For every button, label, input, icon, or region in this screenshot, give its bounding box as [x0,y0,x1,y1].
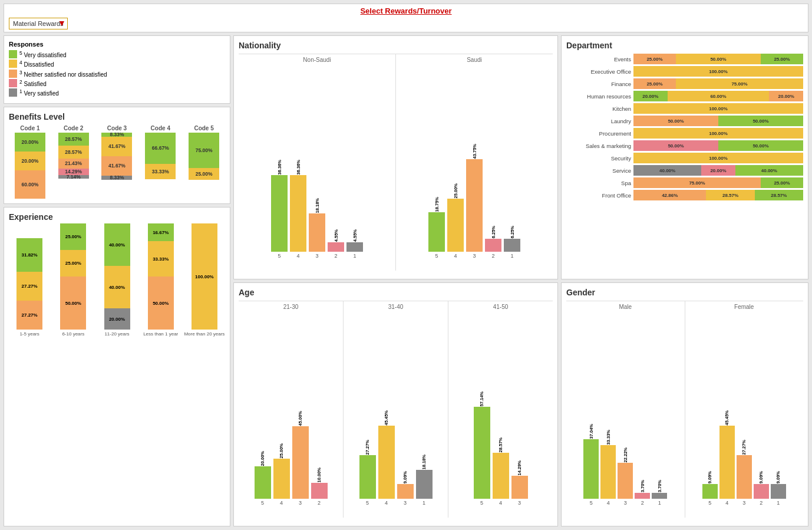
dept-bar-kitchen: 100.00% [633,103,803,114]
exp-seg-2-yellow: 25.00% [60,250,86,276]
age-2130-bar-5: 20.00% 5 [255,451,271,506]
legend-label-5: 5 Very dissatisfied [19,50,67,58]
dept-bar-events: 25.00% 50.00% 25.00% [633,54,803,64]
age-panel: Age 21-30 20.00% 5 25.00% 4 [233,282,558,526]
nat-sa-seg-1 [504,239,520,252]
age-2130-bar-3: 45.00% 3 [292,411,309,506]
age-group-3140: 31-40 27.27% 5 45.45% 4 [344,301,448,518]
benefits-col-5: Code 5 75.00% 25.00% [183,125,225,199]
age-3140-bar-4: 45.45% 4 [378,410,395,506]
age-group-4150: 41-50 57.14% 5 28.57% 4 [448,301,553,518]
benefits-seg-3-5: 8.33% [101,133,132,137]
gender-female-bar-3: 27.27% 3 [737,440,752,506]
nationality-label-nonsaudi: Non-Saudi [303,57,331,63]
dept-row-finance: Finance 25.00% 75.00% [566,78,803,89]
nat-ns-seg-2 [328,242,344,252]
experience-panel: Experience 31.82% 27.27% 27.27% 1-5 year… [4,207,230,526]
dept-seg-finance-yellow: 75.00% [676,78,803,89]
benefits-seg-3-3: 41.67% [101,156,132,176]
nationality-title: Nationality [239,41,553,50]
dept-seg-finance-orange: 25.00% [633,78,676,89]
benefits-seg-1-4: 20.00% [15,152,45,170]
dept-row-laundry: Laundry 50.00% 50.00% [566,116,803,126]
dept-seg-events-yellow: 50.00% [676,54,761,64]
exp-group-2: 25.00% 25.00% 50.00% 6-10 years [52,223,94,337]
benefits-seg-5-4: 25.00% [189,168,219,180]
dept-label-events: Events [566,56,631,62]
legend-title: Responses [9,41,225,48]
dept-label-service: Service [566,167,631,174]
legend-color-yellow [9,60,17,68]
benefits-col-2: Code 2 28.57% 28.57% 21.43% 14.29% 7.14% [52,125,95,199]
dept-label-executive: Executive Office [566,68,631,75]
exp-group-3: 40.00% 40.00% 20.00% 11-20 years [96,223,137,337]
rewards-dropdown[interactable]: Material Rewards [9,18,68,29]
age-label-2130: 21-30 [283,304,299,310]
gender-panel: Gender Male 37.04% 5 33.33% 4 [561,282,808,526]
dept-bar-finance: 25.00% 75.00% [633,78,803,89]
legend-item-4: 4 Dissatisfied [9,60,225,68]
gender-female-bar-5: 9.09% 5 [702,471,718,506]
benefits-seg-2-5: 28.57% [58,133,89,146]
benefits-seg-5-5: 75.00% [189,133,219,168]
gender-label-male: Male [619,304,632,310]
nat-sa-bar-2: 6.25% 2 [485,226,501,259]
legend-item-2: 2 Satisfied [9,79,225,87]
dept-seg-sales-green: 50.00% [718,140,803,151]
nat-ns-val-2: 4.55% [334,229,339,242]
dept-seg-fo-green: 28.57% [755,190,803,200]
nat-ns-bar-2: 4.55% 2 [328,229,344,259]
exp-group-5: 100.00% More than 20 years [184,223,225,337]
age-2130-bar-4: 25.00% 4 [273,443,290,506]
dept-seg-laundry-orange: 50.00% [633,116,718,126]
nat-ns-xlabel-1: 1 [353,253,356,259]
legend-item-3: 3 Neither satisfied nor dissatisfied [9,70,225,78]
nat-ns-bar-5: 36.36% 5 [271,160,288,259]
gender-male-bar-1: 3.70% 1 [652,480,667,506]
experience-title: Experience [9,212,225,222]
legend-item-5: 5 Very dissatisfied [9,50,225,58]
age-4150-bar-5: 57.14% 5 [474,391,490,506]
dept-seg-service-green: 40.00% [735,165,803,176]
age-4150-bar-4: 28.57% 4 [493,437,509,506]
dept-seg-events-orange: 25.00% [633,54,676,64]
dept-bar-frontoffice: 42.86% 28.57% 28.57% [633,190,803,200]
dept-row-hr: Human resources 20.00% 60.00% 20.00% [566,91,803,101]
exp-seg-1-green: 31.82% [16,238,42,272]
age-3140-bar-5: 27.27% 5 [359,440,376,506]
department-title: Department [566,41,803,50]
exp-label-2: 6-10 years [62,331,84,337]
dept-row-executive: Executive Office 100.00% [566,66,803,77]
nat-ns-val-4: 36.36% [296,160,301,175]
benefits-seg-4-4: 33.33% [145,164,176,179]
nationality-label-saudi: Saudi [467,57,482,63]
benefits-seg-3-1: 8.33% [101,176,132,180]
benefits-seg-4-5: 66.67% [145,133,176,164]
nat-sa-val-3: 43.75% [472,144,477,159]
nat-ns-val-1: 4.55% [352,229,358,242]
dept-seg-kitchen-yellow: 100.00% [633,103,803,114]
nat-ns-xlabel-4: 4 [296,253,299,259]
nat-sa-xlabel-5: 5 [435,253,438,259]
benefits-col-3: Code 3 8.33% 41.67% 41.67% 8.33% [96,125,138,199]
dept-seg-hr-yellow: 60.00% [668,91,770,101]
exp-seg-4-orange: 50.00% [148,276,174,330]
exp-seg-3-green: 40.00% [104,223,130,266]
benefits-seg-3-4: 41.67% [101,137,132,156]
legend-label-3: 3 Neither satisfied nor dissatisfied [19,70,107,78]
exp-group-4: 16.67% 33.33% 50.00% Less than 1 year [140,223,181,337]
benefits-seg-1-5: 20.00% [15,133,45,152]
nationality-panel: Nationality Non-Saudi 36.36% 5 36.36% [233,35,558,279]
dept-seg-fo-yellow: 28.57% [706,190,754,200]
nat-sa-val-5: 18.75% [434,197,440,212]
dept-seg-sales-pink: 50.00% [633,140,718,151]
right-column: Department Events 25.00% 50.00% 25.00% E… [561,35,808,526]
dept-label-hr: Human resources [566,93,631,100]
gender-group-male: Male 37.04% 5 33.33% 4 2 [566,301,685,518]
exp-seg-3-gray: 20.00% [104,308,130,330]
nat-sa-seg-5 [428,212,445,252]
nat-ns-bar-4: 36.36% 4 [290,160,306,259]
dept-label-kitchen: Kitchen [566,106,631,112]
dept-bar-security: 100.00% [633,153,803,163]
legend-color-pink [9,79,17,87]
